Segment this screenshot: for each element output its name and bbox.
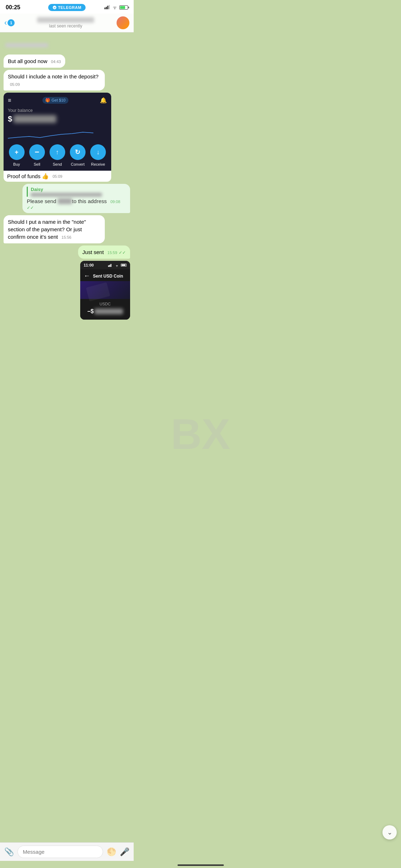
message-4-quoted: Daisy Please send to this address 09:08 … [22,184,130,213]
ss-currency-label: USDC [84,301,127,307]
message-7-screenshot: 11:00 ← Sent USD Coin [80,261,130,320]
ss-amount-blurred [94,309,123,314]
battery-display [119,5,128,10]
ss-dollar-amount: −$ [84,307,127,318]
send-label: Send [53,162,62,166]
media-caption: Proof of funds 👍 05:09 [4,171,111,182]
ss-wifi [114,263,119,267]
dollar-sign: $ [8,114,12,124]
quote-bar: Daisy [27,187,126,197]
wifi-symbol [112,5,118,9]
contact-status: last seen recently [18,24,113,29]
wallet-get-button: 🎁 Get $10 [42,97,68,104]
wallet-balance-amount: $ [8,114,107,124]
message-5: Should I put a name in the "note" sectio… [4,215,105,243]
wallet-buy-action: + Buy [9,144,25,166]
msg-4-time: 09:08 [110,200,120,204]
thumbs-up-emoji: 👍 [42,173,49,180]
telegram-pill: TELEGRAM [48,4,86,11]
status-time: 00:25 [6,4,20,11]
back-badge: 1 [7,19,15,26]
ss-amount-section: USDC −$ [80,299,130,320]
wallet-sell-action: − Sell [29,144,45,166]
svg-rect-2 [107,6,108,9]
signal-bars [104,5,110,9]
contact-name [37,17,94,23]
telegram-icon [52,5,57,10]
signal-icon [104,5,110,10]
convert-button[interactable]: ↻ [70,144,86,160]
wallet-screenshot: ≡ 🎁 Get $10 🔔 Your balance $ [4,93,111,171]
ss-title: Sent USD Coin [93,274,123,279]
message-2: Should I include a note in the deposit? … [4,70,105,91]
wallet-notification-icon: 🔔 [100,97,107,104]
sell-button[interactable]: − [29,144,45,160]
wifi-icon [112,5,118,10]
wallet-convert-action: ↻ Convert [70,144,86,166]
balance-blurred [14,115,56,123]
ss-top-bar: 11:00 [80,261,130,269]
svg-rect-6 [110,264,112,267]
convert-label: Convert [71,162,85,166]
wallet-get-label: 🎁 Get $10 [45,98,65,103]
ss-header: ← Sent USD Coin [80,269,130,281]
battery-icon [119,5,128,10]
ss-signal [108,263,113,267]
receive-button[interactable]: ↓ [90,144,106,160]
msg-6-text: Just sent [82,249,104,255]
back-button[interactable]: ‹ 1 [4,18,15,27]
svg-rect-0 [104,7,106,9]
msg-5-time: 15:56 [62,235,72,239]
message-6: Just sent 15:59 ✓✓ [78,246,130,259]
message-1: But all good now 04:43 [4,55,65,68]
message-3-media: ≡ 🎁 Get $10 🔔 Your balance $ [4,93,111,182]
msg-2-time: 05:09 [10,82,20,87]
caption-text: Proof of funds [7,173,40,179]
send-button[interactable]: ↑ [50,144,65,160]
telegram-text: TELEGRAM [58,5,82,10]
ss-battery [121,264,127,267]
buy-button[interactable]: + [9,144,25,160]
double-check-4: ✓✓ [27,205,34,210]
media-time: 05:09 [52,174,62,179]
double-check-6: ✓✓ [119,250,126,255]
telegram-label: TELEGRAM [48,4,86,11]
back-chevron: ‹ [4,18,7,27]
svg-rect-4 [108,265,109,267]
buy-label: Buy [13,162,20,166]
messages-container: But all good now 04:43 Should I include … [0,52,134,362]
wallet-receive-action: ↓ Receive [90,144,106,166]
sell-label: Sell [34,162,40,166]
ss-time: 11:00 [84,263,94,267]
wallet-send-action: ↑ Send [50,144,65,166]
msg-6-time: 15:59 [107,250,117,255]
quote-blurred-text [31,193,102,197]
status-bar: 00:25 TELEGRAM [0,0,134,14]
contact-avatar[interactable] [117,16,129,29]
wallet-menu-icon: ≡ [8,97,11,104]
msg-1-time: 04:43 [51,60,61,64]
quoted-msg-text: Please send to this address [27,198,107,204]
ss-bg-graphic [80,281,130,299]
svg-rect-5 [109,265,110,267]
status-icons [104,5,128,10]
wallet-balance-label: Your balance [8,108,107,113]
pinned-text-blurred [5,43,48,47]
quote-content: Please send to this address 09:08 ✓✓ [27,198,126,210]
msg-1-text: But all good now [8,58,47,64]
receive-label: Receive [91,162,105,166]
balance-chart [8,129,107,140]
svg-rect-1 [106,7,107,9]
battery-fill [120,6,125,9]
msg-2-text: Should I include a note in the deposit? [8,73,98,79]
svg-rect-3 [109,5,110,9]
wallet-top-bar: ≡ 🎁 Get $10 🔔 [8,97,107,104]
quote-author: Daisy [31,187,126,192]
chat-header-info: last seen recently [18,17,113,29]
chat-header: ‹ 1 last seen recently [0,14,134,32]
msg-5-text: Should I put a name in the "note" sectio… [8,219,86,240]
wallet-actions: + Buy − Sell ↑ Send ↻ Convert ↓ Receiv [8,144,107,166]
